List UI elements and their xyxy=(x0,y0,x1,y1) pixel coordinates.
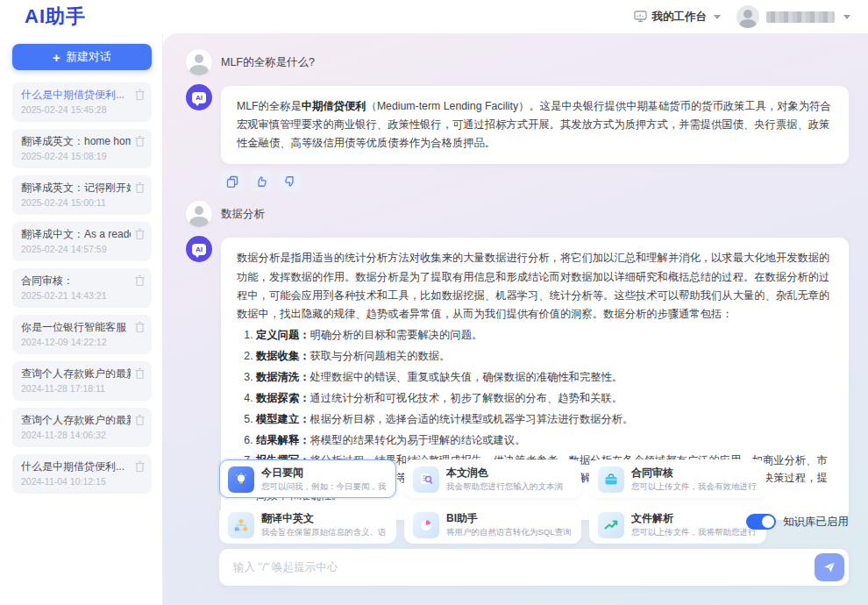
card-contract-review[interactable]: 合同审核 您可以上传文件，我会有效地进行合同审核，确保合同满足您的业务需求。 xyxy=(589,459,766,498)
step-item: 定义问题：明确分析的目标和需要解决的问题。 xyxy=(256,327,833,345)
user-menu[interactable] xyxy=(736,5,850,28)
conversation-item[interactable]: 你是一位银行智能客服，... 2024-12-09 14:22:12 xyxy=(12,315,152,354)
conversation-title: 翻译成英文：home home xyxy=(21,134,131,148)
user-message-text: MLF的全称是什么? xyxy=(221,55,315,70)
card-desc: 您可以上传文件，我会有效地进行合同审核，确保合同满足您的业务需求。 xyxy=(631,480,758,491)
user-message-text: 数据分析 xyxy=(221,207,265,222)
pie-chart-icon xyxy=(413,512,439,538)
user-message: 数据分析 xyxy=(186,201,849,227)
ai-text: MLF的全称是 xyxy=(237,100,302,112)
conversation-time: 2024-12-09 14:22:12 xyxy=(21,336,131,349)
message-input[interactable] xyxy=(233,561,815,573)
copy-button[interactable] xyxy=(221,171,243,192)
conversation-title: 什么是中期借贷便利... xyxy=(21,459,131,473)
trash-icon[interactable] xyxy=(134,182,146,194)
ai-message-bubble: MLF的全称是中期借贷便利（Medium-term Lending Facili… xyxy=(221,86,849,164)
app-logo: AI助手 xyxy=(25,4,86,30)
topbar: AI助手 我的工作台 xyxy=(0,0,868,33)
conversation-item[interactable]: 翻译成英文：home home 2025-02-24 15:08:19 xyxy=(12,129,152,168)
conversation-item[interactable]: 查询个人存款账户的最新... 2024-11-28 17:18:11 xyxy=(12,361,152,401)
doc-magnifier-icon xyxy=(413,466,439,493)
bulb-icon xyxy=(228,466,254,493)
conversation-title: 合同审核： xyxy=(21,274,131,288)
conversation-time: 2024-11-28 17:18:11 xyxy=(21,382,131,395)
card-title: 文件解析 xyxy=(631,512,758,524)
trash-icon[interactable] xyxy=(134,414,146,426)
conversation-time: 2025-02-24 14:57:59 xyxy=(21,243,131,256)
conversation-item[interactable]: 合同审核： 2025-02-21 14:43:21 xyxy=(12,268,152,308)
thumbs-up-button[interactable] xyxy=(250,171,272,192)
step-item: 数据收集：获取与分析问题相关的数据。 xyxy=(256,348,833,366)
conversation-item[interactable]: 翻译成英文：记得刚开始... 2025-02-24 15:00:11 xyxy=(12,175,152,215)
plus-icon: + xyxy=(53,51,60,64)
conversation-time: 2025-02-21 14:43:21 xyxy=(21,289,131,302)
user-avatar xyxy=(186,201,212,227)
username-redacted xyxy=(766,11,835,23)
trash-icon[interactable] xyxy=(134,321,146,333)
conversation-title: 翻译成中文：As a reader... xyxy=(21,227,131,241)
workspace-menu[interactable]: 我的工作台 xyxy=(634,10,722,25)
card-file-parse[interactable]: 文件解析 您可以上传文件，我将帮助您进行如数据处理、信息检索、自动化办公等。 xyxy=(589,505,766,544)
conversation-item[interactable]: 什么是中期借贷便利... 2025-02-24 15:45:28 xyxy=(12,82,152,122)
chevron-down-icon xyxy=(843,15,850,19)
card-title: 今日要闻 xyxy=(261,466,388,479)
conversation-time: 2024-11-04 10:12:15 xyxy=(21,475,131,488)
org-chart-icon xyxy=(228,512,254,538)
workspace-label: 我的工作台 xyxy=(652,10,708,25)
user-avatar xyxy=(736,5,759,28)
card-text-polish[interactable]: 本文润色 我会帮助您进行您输入的文本润色，提高文本的流畅度和表达效果。 xyxy=(404,459,581,498)
card-desc: 我会旨在保留原始信息的含义、语气和风格，以确保翻译的准确性和自然流畅。 xyxy=(261,526,388,537)
conversation-list: 什么是中期借贷便利... 2025-02-24 15:45:28 翻译成英文：h… xyxy=(12,82,152,494)
conversation-title: 什么是中期借贷便利... xyxy=(21,88,131,102)
card-title: 本文润色 xyxy=(446,466,573,479)
step-item: 数据探索：通过统计分析和可视化技术，初步了解数据的分布、趋势和关联。 xyxy=(256,390,833,408)
conversation-time: 2025-02-24 15:08:19 xyxy=(21,150,131,163)
conversation-time: 2025-02-24 15:45:28 xyxy=(21,103,131,117)
conversation-item[interactable]: 翻译成中文：As a reader... 2025-02-24 14:57:59 xyxy=(12,222,152,261)
quick-cards: 今日要闻 您可以问我，例如：今日要闻，我会尽力提供准确和可靠的答案。 本文润色 … xyxy=(219,459,849,544)
conversation-item[interactable]: 查询个人存款账户的最新... 2024-11-28 14:06:32 xyxy=(12,408,152,447)
conversation-title: 你是一位银行智能客服，... xyxy=(21,320,131,334)
card-today-news[interactable]: 今日要闻 您可以问我，例如：今日要闻，我会尽力提供准确和可靠的答案。 xyxy=(219,459,396,498)
step-item: 模型建立：根据分析目标，选择合适的统计模型或机器学习算法进行数据分析。 xyxy=(256,411,833,429)
card-title: 合同审核 xyxy=(631,466,758,479)
trash-icon[interactable] xyxy=(134,460,146,473)
card-title: 翻译中英文 xyxy=(261,512,388,524)
composer xyxy=(219,549,849,586)
card-title: BI助手 xyxy=(446,512,573,524)
trend-arrow-icon xyxy=(598,512,624,538)
ai-text-bold: 中期借贷便利 xyxy=(302,100,366,112)
conversation-time: 2024-11-28 14:06:32 xyxy=(21,429,131,442)
message-actions xyxy=(221,171,849,192)
trash-icon[interactable] xyxy=(134,89,146,101)
trash-icon[interactable] xyxy=(134,228,146,240)
user-message: MLF的全称是什么? xyxy=(186,49,849,75)
conversation-title: 翻译成英文：记得刚开始... xyxy=(21,181,131,195)
new-chat-button[interactable]: + 新建对话 xyxy=(12,44,152,70)
conversation-title: 查询个人存款账户的最新... xyxy=(21,367,131,381)
ai-intro: 数据分析是指用适当的统计分析方法对收集来的大量数据进行分析，将它们加以汇总和理解… xyxy=(237,249,833,324)
card-translate[interactable]: 翻译中英文 我会旨在保留原始信息的含义、语气和风格，以确保翻译的准确性和自然流畅… xyxy=(219,505,396,544)
card-desc: 您可以上传文件，我将帮助您进行如数据处理、信息检索、自动化办公等。 xyxy=(631,526,758,537)
card-desc: 将用户的自然语言转化为SQL查询语句，并直接与数据库进行交互，返回智能推荐的图表… xyxy=(446,526,573,537)
bottom-zone: 今日要闻 您可以问我，例如：今日要闻，我会尽力提供准确和可靠的答案。 本文润色 … xyxy=(219,459,849,586)
monitor-icon xyxy=(634,11,647,23)
knowledge-base-toggle[interactable] xyxy=(746,514,776,530)
conversation-title: 查询个人存款账户的最新... xyxy=(21,413,131,427)
briefcase-icon xyxy=(598,466,624,493)
user-avatar xyxy=(186,49,212,75)
ai-avatar: AI xyxy=(186,236,212,262)
new-chat-label: 新建对话 xyxy=(66,49,111,65)
card-bi-assistant[interactable]: BI助手 将用户的自然语言转化为SQL查询语句，并直接与数据库进行交互，返回智能… xyxy=(404,505,581,544)
ai-avatar: AI xyxy=(186,84,212,110)
app-window: AI助手 我的工作台 + 新建对话 什么是中期借贷便利... 2025-02-2… xyxy=(0,0,868,605)
trash-icon[interactable] xyxy=(134,367,146,380)
step-item: 结果解释：将模型的结果转化为易于理解的结论或建议。 xyxy=(256,432,833,450)
conversation-item[interactable]: 什么是中期借贷便利... 2024-11-04 10:12:15 xyxy=(12,454,152,494)
thumbs-down-button[interactable] xyxy=(279,171,301,192)
send-button[interactable] xyxy=(815,553,844,581)
step-item: 数据清洗：处理数据中的错误、重复或缺失值，确保数据的准确性和完整性。 xyxy=(256,369,833,387)
trash-icon[interactable] xyxy=(134,274,146,287)
trash-icon[interactable] xyxy=(134,135,146,147)
knowledge-base-label: 知识库已启用 xyxy=(783,515,849,530)
